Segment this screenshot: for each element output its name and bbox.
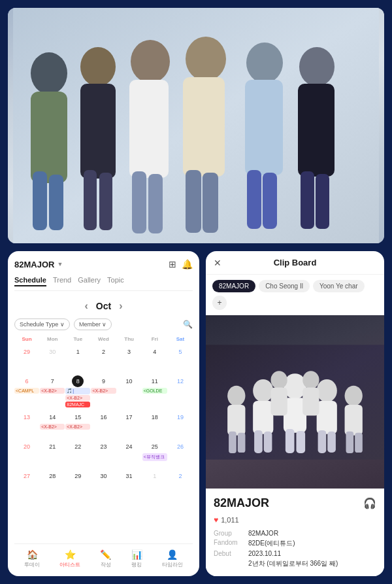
- clipboard-header: ✕ Clip Board: [206, 251, 384, 275]
- svg-rect-39: [227, 404, 245, 435]
- write-icon: ✏️: [100, 549, 111, 560]
- cal-day-29[interactable]: 29: [65, 469, 90, 498]
- cal-day-16[interactable]: 16: [91, 410, 116, 439]
- svg-rect-28: [286, 428, 295, 453]
- cal-day-13[interactable]: 13: [14, 410, 39, 439]
- cal-day-1[interactable]: 1: [65, 345, 90, 373]
- cal-day-8[interactable]: 8 🎵| <X-B2> 82MAJC: [65, 374, 90, 409]
- schedule-type-filter[interactable]: Schedule Type ∨: [14, 318, 70, 330]
- cal-day-24[interactable]: 24: [117, 439, 142, 468]
- svg-point-1: [31, 52, 67, 94]
- tab-gallery[interactable]: Gallery: [78, 276, 101, 286]
- top-group-photo: [8, 8, 384, 243]
- tab-schedule[interactable]: Schedule: [14, 276, 46, 286]
- svg-rect-16: [203, 173, 218, 233]
- cal-day-29-prev[interactable]: 29: [14, 345, 39, 373]
- svg-point-38: [227, 385, 245, 405]
- cal-day-9[interactable]: 9 <X-B2>: [91, 374, 116, 409]
- svg-rect-32: [254, 430, 263, 453]
- listen-icon[interactable]: 🎧: [363, 497, 376, 509]
- detail-career-label: [214, 559, 243, 568]
- group-name-label: 82MAJOR: [14, 260, 54, 269]
- cal-day-12[interactable]: 12: [168, 374, 193, 409]
- month-navigation: ‹ Oct ›: [14, 300, 193, 312]
- svg-rect-24: [316, 174, 329, 229]
- detail-group: Group 82MAJOR: [214, 530, 376, 537]
- cal-day-11[interactable]: 11 <GOLDE: [142, 374, 167, 409]
- tag-82major[interactable]: 82MAJOR: [212, 280, 255, 292]
- cal-day-31[interactable]: 31: [117, 469, 142, 498]
- cal-day-2-next[interactable]: 2: [168, 469, 193, 498]
- cal-day-23[interactable]: 23: [91, 439, 116, 468]
- svg-rect-6: [80, 84, 116, 179]
- add-tag-button[interactable]: +: [212, 296, 227, 310]
- cal-header-sun: Sun: [14, 334, 39, 344]
- svg-rect-19: [247, 170, 261, 229]
- svg-rect-47: [270, 387, 287, 415]
- cal-day-20[interactable]: 20: [14, 439, 39, 468]
- calendar-grid: Sun Mon Tue Wed Thu Fri Sat 29 30 1 2 3 …: [14, 334, 193, 498]
- cal-day-14[interactable]: 14 <X-B2>: [40, 410, 65, 439]
- cal-day-15[interactable]: 15 <X-B2>: [65, 410, 90, 439]
- svg-rect-36: [318, 430, 327, 453]
- grid-icon[interactable]: ⊞: [169, 259, 176, 269]
- clipboard-info: 82MAJOR 🎧 ♥ 1,011 Group 82MAJOR Fandom 8…: [206, 489, 384, 576]
- next-month-btn[interactable]: ›: [119, 300, 122, 312]
- cal-day-18[interactable]: 18: [142, 410, 167, 439]
- svg-rect-23: [301, 171, 314, 229]
- cal-day-27[interactable]: 27: [14, 469, 39, 498]
- search-icon[interactable]: 🔍: [183, 320, 193, 329]
- cal-day-1-next[interactable]: 1: [142, 469, 167, 498]
- filter-row: Schedule Type ∨ Member ∨ 🔍: [14, 318, 193, 330]
- cal-day-17[interactable]: 17: [117, 410, 142, 439]
- detail-debut-label: Debut: [214, 550, 243, 557]
- cal-day-30-prev[interactable]: 30: [40, 345, 65, 373]
- cal-day-6[interactable]: 6 <CAMPL: [14, 374, 39, 409]
- svg-point-21: [299, 47, 335, 86]
- nav-artist[interactable]: ⭐ 아티스트: [59, 549, 80, 568]
- dropdown-icon[interactable]: ▼: [57, 261, 63, 267]
- close-button[interactable]: ✕: [214, 258, 221, 268]
- cal-day-5[interactable]: 5: [168, 345, 193, 373]
- cal-day-2[interactable]: 2: [91, 345, 116, 373]
- nav-timeline[interactable]: 👤 타임라인: [162, 549, 183, 568]
- cal-day-7[interactable]: 7 <X-B2>: [40, 374, 65, 409]
- svg-rect-29: [296, 430, 305, 453]
- cal-header-sat: Sat: [168, 334, 193, 344]
- cal-day-3[interactable]: 3: [117, 345, 142, 373]
- cal-day-10[interactable]: 10: [117, 374, 142, 409]
- cal-day-30[interactable]: 30: [91, 469, 116, 498]
- svg-rect-4: [49, 175, 63, 230]
- svg-rect-40: [229, 431, 237, 453]
- cal-day-22[interactable]: 22: [65, 439, 90, 468]
- svg-point-30: [253, 379, 273, 402]
- group-name-title[interactable]: 82MAJOR ▼: [14, 260, 63, 269]
- tag-cho-seong-il[interactable]: Cho Seong Il: [259, 280, 310, 292]
- svg-point-42: [345, 385, 363, 405]
- cal-day-21[interactable]: 21: [40, 439, 65, 468]
- cal-header-fri: Fri: [142, 334, 167, 344]
- heart-icon[interactable]: ♥: [214, 515, 218, 524]
- tab-topic[interactable]: Topic: [107, 276, 124, 286]
- svg-point-46: [270, 371, 287, 388]
- detail-fandom-label: Fandom: [214, 539, 243, 548]
- cal-day-26[interactable]: 26: [168, 439, 193, 468]
- profile-icon: 👤: [167, 549, 178, 560]
- cal-header-mon: Mon: [40, 334, 65, 344]
- detail-group-value: 82MAJOR: [248, 530, 278, 537]
- member-filter[interactable]: Member ∨: [74, 318, 112, 330]
- nav-ranking[interactable]: 📊 랭킹: [131, 549, 142, 568]
- cal-day-19[interactable]: 19: [168, 410, 193, 439]
- tag-yoon-ye-char[interactable]: Yoon Ye char: [313, 280, 365, 292]
- tab-trend[interactable]: Trend: [53, 276, 71, 286]
- detail-group-label: Group: [214, 530, 243, 537]
- cal-day-28[interactable]: 28: [40, 469, 65, 498]
- nav-today[interactable]: 🏠 투데이: [24, 549, 40, 568]
- bell-icon[interactable]: 🔔: [182, 259, 193, 269]
- cal-day-4[interactable]: 4: [142, 345, 167, 373]
- cal-day-25[interactable]: 25 <뮤직뱅크: [142, 439, 167, 468]
- prev-month-btn[interactable]: ‹: [85, 300, 88, 312]
- nav-write[interactable]: ✏️ 작성: [100, 549, 111, 568]
- svg-rect-33: [264, 431, 272, 452]
- nav-write-label: 작성: [101, 561, 111, 568]
